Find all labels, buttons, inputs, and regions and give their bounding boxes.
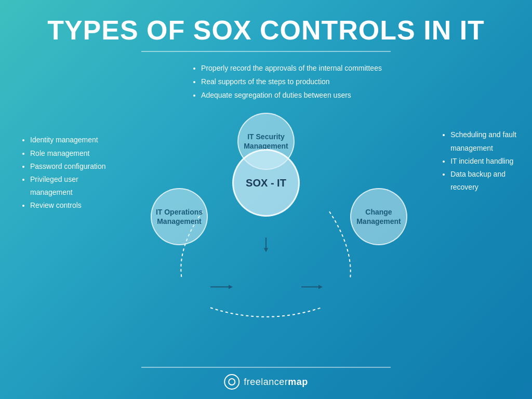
svg-marker-3 — [229, 285, 233, 289]
circle-it-operations-label: IT OperationsManagement — [156, 207, 203, 226]
circle-change-management: ChangeManagement — [350, 188, 407, 245]
top-bullet-2: Real supports of the steps to production — [201, 76, 382, 88]
footer: freelancermap — [224, 374, 308, 390]
circle-sox-it-label: SOX - IT — [246, 176, 286, 190]
left-bullet-2: Role management — [30, 147, 106, 160]
right-bullets-list: Scheduling and faultmanagement IT incide… — [441, 128, 516, 194]
diagram-area: IT SecurityManagement IT OperationsManag… — [0, 108, 532, 399]
top-divider — [141, 51, 391, 52]
left-bullet-1: Identity management — [30, 134, 106, 147]
circle-sox-it: SOX - IT — [232, 149, 300, 217]
footer-logo-inner — [228, 378, 235, 385]
right-bullet-3: Data backup andrecovery — [450, 168, 516, 194]
left-bullets-list: Identity management Role management Pass… — [21, 134, 106, 212]
left-bullet-5: Review controls — [30, 199, 106, 212]
circle-it-operations: IT OperationsManagement — [151, 188, 208, 245]
svg-marker-1 — [264, 248, 268, 252]
page-container: TYPES OF SOX CONTROLS IN IT Properly rec… — [0, 0, 532, 399]
left-bullet-4: Privileged usermanagement — [30, 173, 106, 199]
right-bullet-1: Scheduling and faultmanagement — [450, 128, 516, 154]
top-bullet-3: Adequate segregation of duties between u… — [201, 89, 382, 102]
footer-text-bold: map — [288, 377, 308, 387]
svg-marker-5 — [318, 285, 323, 289]
left-bullet-3: Password configuration — [30, 160, 106, 173]
page-title: TYPES OF SOX CONTROLS IN IT — [47, 15, 485, 46]
top-bullet-1: Properly record the approvals of the int… — [201, 62, 382, 75]
footer-text: freelancermap — [244, 377, 308, 388]
right-bullet-2: IT incident handling — [450, 155, 516, 168]
circle-it-security-label: IT SecurityManagement — [244, 132, 288, 151]
circle-change-management-label: ChangeManagement — [356, 207, 401, 226]
top-bullets-list: Properly record the approvals of the int… — [192, 62, 382, 102]
footer-logo — [224, 374, 240, 390]
bottom-divider — [141, 367, 391, 368]
